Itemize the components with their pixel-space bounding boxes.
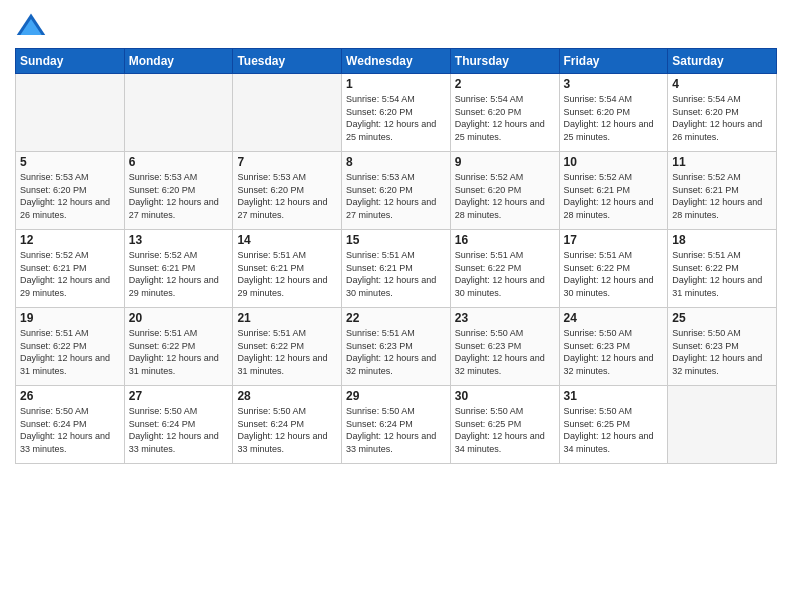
day-info: Sunrise: 5:51 AMSunset: 6:22 PMDaylight:… bbox=[20, 327, 120, 377]
day-number: 10 bbox=[564, 155, 664, 169]
day-number: 12 bbox=[20, 233, 120, 247]
calendar-cell: 26Sunrise: 5:50 AMSunset: 6:24 PMDayligh… bbox=[16, 386, 125, 464]
day-number: 2 bbox=[455, 77, 555, 91]
day-number: 26 bbox=[20, 389, 120, 403]
calendar-cell: 25Sunrise: 5:50 AMSunset: 6:23 PMDayligh… bbox=[668, 308, 777, 386]
calendar-cell: 28Sunrise: 5:50 AMSunset: 6:24 PMDayligh… bbox=[233, 386, 342, 464]
calendar-cell: 17Sunrise: 5:51 AMSunset: 6:22 PMDayligh… bbox=[559, 230, 668, 308]
day-info: Sunrise: 5:50 AMSunset: 6:24 PMDaylight:… bbox=[346, 405, 446, 455]
day-info: Sunrise: 5:54 AMSunset: 6:20 PMDaylight:… bbox=[564, 93, 664, 143]
day-info: Sunrise: 5:51 AMSunset: 6:22 PMDaylight:… bbox=[564, 249, 664, 299]
day-header-tuesday: Tuesday bbox=[233, 49, 342, 74]
day-number: 13 bbox=[129, 233, 229, 247]
day-number: 28 bbox=[237, 389, 337, 403]
week-row-1: 1Sunrise: 5:54 AMSunset: 6:20 PMDaylight… bbox=[16, 74, 777, 152]
calendar-cell: 20Sunrise: 5:51 AMSunset: 6:22 PMDayligh… bbox=[124, 308, 233, 386]
day-info: Sunrise: 5:50 AMSunset: 6:25 PMDaylight:… bbox=[455, 405, 555, 455]
day-info: Sunrise: 5:50 AMSunset: 6:24 PMDaylight:… bbox=[237, 405, 337, 455]
day-number: 6 bbox=[129, 155, 229, 169]
day-number: 7 bbox=[237, 155, 337, 169]
day-number: 15 bbox=[346, 233, 446, 247]
calendar-cell: 7Sunrise: 5:53 AMSunset: 6:20 PMDaylight… bbox=[233, 152, 342, 230]
day-info: Sunrise: 5:52 AMSunset: 6:21 PMDaylight:… bbox=[20, 249, 120, 299]
day-info: Sunrise: 5:53 AMSunset: 6:20 PMDaylight:… bbox=[346, 171, 446, 221]
day-header-sunday: Sunday bbox=[16, 49, 125, 74]
day-header-friday: Friday bbox=[559, 49, 668, 74]
calendar-cell: 3Sunrise: 5:54 AMSunset: 6:20 PMDaylight… bbox=[559, 74, 668, 152]
calendar-cell: 19Sunrise: 5:51 AMSunset: 6:22 PMDayligh… bbox=[16, 308, 125, 386]
calendar-cell: 11Sunrise: 5:52 AMSunset: 6:21 PMDayligh… bbox=[668, 152, 777, 230]
calendar-cell: 21Sunrise: 5:51 AMSunset: 6:22 PMDayligh… bbox=[233, 308, 342, 386]
calendar-cell: 27Sunrise: 5:50 AMSunset: 6:24 PMDayligh… bbox=[124, 386, 233, 464]
day-number: 8 bbox=[346, 155, 446, 169]
day-info: Sunrise: 5:54 AMSunset: 6:20 PMDaylight:… bbox=[455, 93, 555, 143]
day-number: 27 bbox=[129, 389, 229, 403]
day-number: 1 bbox=[346, 77, 446, 91]
days-header-row: SundayMondayTuesdayWednesdayThursdayFrid… bbox=[16, 49, 777, 74]
day-number: 25 bbox=[672, 311, 772, 325]
day-number: 19 bbox=[20, 311, 120, 325]
day-info: Sunrise: 5:52 AMSunset: 6:21 PMDaylight:… bbox=[129, 249, 229, 299]
logo bbox=[15, 10, 51, 42]
page-container: SundayMondayTuesdayWednesdayThursdayFrid… bbox=[0, 0, 792, 474]
calendar-cell: 15Sunrise: 5:51 AMSunset: 6:21 PMDayligh… bbox=[342, 230, 451, 308]
header bbox=[15, 10, 777, 42]
day-number: 20 bbox=[129, 311, 229, 325]
calendar-cell: 1Sunrise: 5:54 AMSunset: 6:20 PMDaylight… bbox=[342, 74, 451, 152]
day-header-wednesday: Wednesday bbox=[342, 49, 451, 74]
calendar-cell bbox=[124, 74, 233, 152]
calendar-cell: 4Sunrise: 5:54 AMSunset: 6:20 PMDaylight… bbox=[668, 74, 777, 152]
calendar-cell: 14Sunrise: 5:51 AMSunset: 6:21 PMDayligh… bbox=[233, 230, 342, 308]
calendar-cell: 6Sunrise: 5:53 AMSunset: 6:20 PMDaylight… bbox=[124, 152, 233, 230]
day-info: Sunrise: 5:53 AMSunset: 6:20 PMDaylight:… bbox=[129, 171, 229, 221]
calendar-cell bbox=[233, 74, 342, 152]
day-number: 17 bbox=[564, 233, 664, 247]
calendar-cell: 12Sunrise: 5:52 AMSunset: 6:21 PMDayligh… bbox=[16, 230, 125, 308]
week-row-2: 5Sunrise: 5:53 AMSunset: 6:20 PMDaylight… bbox=[16, 152, 777, 230]
calendar-cell: 31Sunrise: 5:50 AMSunset: 6:25 PMDayligh… bbox=[559, 386, 668, 464]
calendar-cell: 29Sunrise: 5:50 AMSunset: 6:24 PMDayligh… bbox=[342, 386, 451, 464]
week-row-3: 12Sunrise: 5:52 AMSunset: 6:21 PMDayligh… bbox=[16, 230, 777, 308]
week-row-4: 19Sunrise: 5:51 AMSunset: 6:22 PMDayligh… bbox=[16, 308, 777, 386]
day-info: Sunrise: 5:54 AMSunset: 6:20 PMDaylight:… bbox=[346, 93, 446, 143]
day-info: Sunrise: 5:50 AMSunset: 6:25 PMDaylight:… bbox=[564, 405, 664, 455]
day-number: 31 bbox=[564, 389, 664, 403]
day-info: Sunrise: 5:50 AMSunset: 6:24 PMDaylight:… bbox=[129, 405, 229, 455]
day-number: 5 bbox=[20, 155, 120, 169]
calendar-cell: 30Sunrise: 5:50 AMSunset: 6:25 PMDayligh… bbox=[450, 386, 559, 464]
calendar-cell: 2Sunrise: 5:54 AMSunset: 6:20 PMDaylight… bbox=[450, 74, 559, 152]
day-info: Sunrise: 5:51 AMSunset: 6:22 PMDaylight:… bbox=[455, 249, 555, 299]
day-number: 14 bbox=[237, 233, 337, 247]
day-info: Sunrise: 5:51 AMSunset: 6:22 PMDaylight:… bbox=[237, 327, 337, 377]
calendar-cell: 10Sunrise: 5:52 AMSunset: 6:21 PMDayligh… bbox=[559, 152, 668, 230]
day-number: 23 bbox=[455, 311, 555, 325]
calendar-cell: 9Sunrise: 5:52 AMSunset: 6:20 PMDaylight… bbox=[450, 152, 559, 230]
day-header-thursday: Thursday bbox=[450, 49, 559, 74]
day-info: Sunrise: 5:51 AMSunset: 6:23 PMDaylight:… bbox=[346, 327, 446, 377]
day-number: 30 bbox=[455, 389, 555, 403]
calendar-table: SundayMondayTuesdayWednesdayThursdayFrid… bbox=[15, 48, 777, 464]
day-info: Sunrise: 5:50 AMSunset: 6:23 PMDaylight:… bbox=[564, 327, 664, 377]
day-number: 29 bbox=[346, 389, 446, 403]
logo-icon bbox=[15, 10, 47, 42]
day-number: 22 bbox=[346, 311, 446, 325]
day-info: Sunrise: 5:50 AMSunset: 6:23 PMDaylight:… bbox=[455, 327, 555, 377]
day-info: Sunrise: 5:50 AMSunset: 6:23 PMDaylight:… bbox=[672, 327, 772, 377]
calendar-cell: 13Sunrise: 5:52 AMSunset: 6:21 PMDayligh… bbox=[124, 230, 233, 308]
day-number: 11 bbox=[672, 155, 772, 169]
day-info: Sunrise: 5:54 AMSunset: 6:20 PMDaylight:… bbox=[672, 93, 772, 143]
day-header-saturday: Saturday bbox=[668, 49, 777, 74]
calendar-cell: 22Sunrise: 5:51 AMSunset: 6:23 PMDayligh… bbox=[342, 308, 451, 386]
calendar-cell: 23Sunrise: 5:50 AMSunset: 6:23 PMDayligh… bbox=[450, 308, 559, 386]
day-info: Sunrise: 5:51 AMSunset: 6:22 PMDaylight:… bbox=[129, 327, 229, 377]
day-info: Sunrise: 5:51 AMSunset: 6:21 PMDaylight:… bbox=[237, 249, 337, 299]
calendar-cell: 18Sunrise: 5:51 AMSunset: 6:22 PMDayligh… bbox=[668, 230, 777, 308]
day-number: 21 bbox=[237, 311, 337, 325]
day-info: Sunrise: 5:53 AMSunset: 6:20 PMDaylight:… bbox=[20, 171, 120, 221]
day-number: 24 bbox=[564, 311, 664, 325]
calendar-cell bbox=[668, 386, 777, 464]
calendar-cell: 24Sunrise: 5:50 AMSunset: 6:23 PMDayligh… bbox=[559, 308, 668, 386]
day-info: Sunrise: 5:52 AMSunset: 6:21 PMDaylight:… bbox=[564, 171, 664, 221]
day-number: 3 bbox=[564, 77, 664, 91]
day-info: Sunrise: 5:52 AMSunset: 6:21 PMDaylight:… bbox=[672, 171, 772, 221]
